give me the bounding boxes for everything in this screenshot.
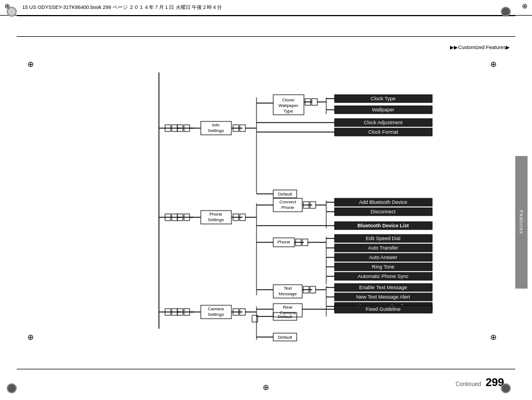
svg-text:Settings: Settings bbox=[208, 312, 224, 317]
svg-text:Settings: Settings bbox=[208, 128, 224, 133]
svg-text:⊕: ⊕ bbox=[27, 333, 34, 342]
footer-line bbox=[17, 369, 515, 369]
svg-text:Disconnect: Disconnect bbox=[371, 209, 396, 214]
svg-text:⊕: ⊕ bbox=[490, 333, 497, 342]
svg-text:Wallpaper: Wallpaper bbox=[278, 103, 298, 108]
diagram-svg: ⊕ ⊕ ⊕ ⊕ Info Settings Clock/ Wallpaper T… bbox=[22, 56, 502, 351]
svg-text:Auto Transfer: Auto Transfer bbox=[368, 245, 398, 251]
svg-text:Fixed Guideline: Fixed Guideline bbox=[366, 306, 401, 312]
svg-text:Message: Message bbox=[279, 291, 297, 296]
svg-text:Default: Default bbox=[278, 192, 292, 197]
corner-circle-tr bbox=[501, 7, 511, 17]
svg-text:Edit Speed Dial: Edit Speed Dial bbox=[366, 236, 400, 241]
top-separator-line bbox=[17, 36, 515, 37]
svg-text:Phone: Phone bbox=[209, 212, 223, 217]
svg-rect-27 bbox=[312, 99, 317, 105]
corner-circle-br bbox=[501, 383, 511, 393]
header-line-top bbox=[17, 16, 515, 16]
header-text: 15 US ODYSSEY-31TK86400.book 299 ページ ２０１… bbox=[22, 4, 222, 11]
corner-circle-bl bbox=[7, 383, 17, 393]
header-crosshair-right: ⊕ bbox=[522, 2, 528, 10]
svg-text:⊕: ⊕ bbox=[27, 60, 34, 69]
svg-text:Rear: Rear bbox=[283, 305, 293, 310]
svg-text:Add Bluetooth Device: Add Bluetooth Device bbox=[359, 199, 408, 205]
svg-text:Settings: Settings bbox=[208, 217, 224, 222]
breadcrumb: ▶▶Customized Features▶ bbox=[450, 45, 510, 50]
svg-text:Camera: Camera bbox=[208, 306, 224, 311]
svg-text:Wallpaper: Wallpaper bbox=[372, 107, 394, 113]
svg-text:Clock/: Clock/ bbox=[282, 97, 295, 103]
svg-text:Text: Text bbox=[284, 286, 292, 291]
svg-text:Type: Type bbox=[283, 109, 293, 114]
svg-text:Ring Tone: Ring Tone bbox=[372, 264, 394, 270]
svg-text:Phone: Phone bbox=[281, 205, 294, 210]
corner-circle-tl bbox=[7, 7, 17, 17]
side-features-label: Features bbox=[515, 156, 528, 289]
svg-text:Auto Answer: Auto Answer bbox=[369, 255, 398, 260]
svg-text:⊕: ⊕ bbox=[490, 60, 497, 69]
svg-text:Default: Default bbox=[278, 335, 292, 340]
footer: Continued 299 bbox=[456, 376, 504, 389]
svg-text:Info: Info bbox=[212, 123, 220, 128]
svg-text:New Text Message Alert: New Text Message Alert bbox=[356, 294, 410, 300]
svg-text:Camera: Camera bbox=[280, 310, 296, 315]
header-bar: ⊕ 15 US ODYSSEY-31TK86400.book 299 ページ ２… bbox=[0, 0, 532, 16]
svg-text:Clock Type: Clock Type bbox=[371, 96, 395, 101]
svg-text:Enable Text Message: Enable Text Message bbox=[359, 285, 407, 290]
continued-label: Continued bbox=[456, 381, 481, 387]
svg-text:Automatic Phone Sync: Automatic Phone Sync bbox=[357, 274, 409, 279]
svg-text:Bluetooth Device List: Bluetooth Device List bbox=[357, 223, 409, 228]
svg-text:Clock Format: Clock Format bbox=[368, 129, 398, 135]
svg-text:Clock Adjustment: Clock Adjustment bbox=[364, 120, 403, 125]
bottom-center-crosshair: ⊕ bbox=[263, 383, 269, 392]
svg-text:Phone: Phone bbox=[277, 240, 291, 245]
svg-text:Connect: Connect bbox=[279, 199, 297, 204]
